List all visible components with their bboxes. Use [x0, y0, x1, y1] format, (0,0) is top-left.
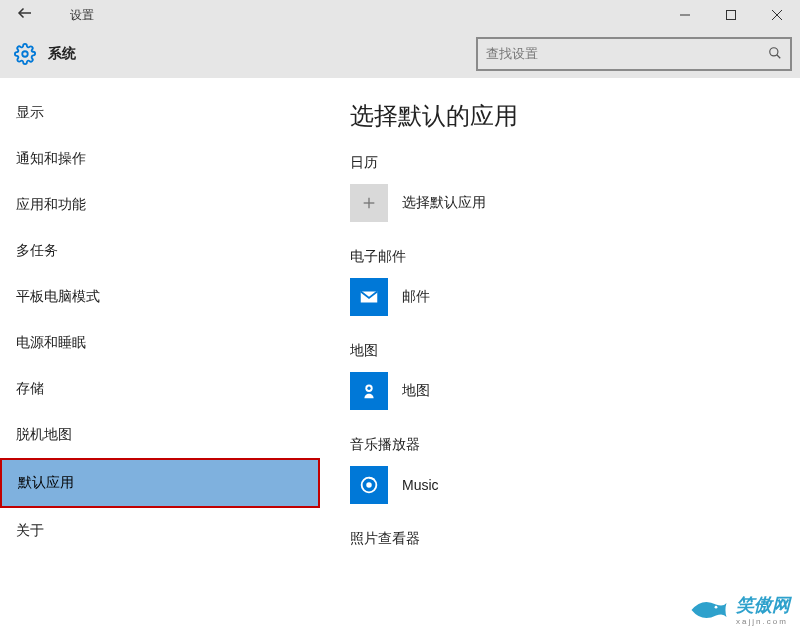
svg-point-5 — [22, 51, 28, 57]
default-app-email[interactable]: 邮件 — [350, 278, 800, 316]
back-icon[interactable] — [10, 4, 40, 27]
sidebar-item-label: 平板电脑模式 — [16, 288, 100, 304]
gear-icon — [14, 43, 36, 65]
music-icon — [350, 466, 388, 504]
minimize-button[interactable] — [662, 0, 708, 30]
mail-icon — [350, 278, 388, 316]
category-maps-label: 地图 — [350, 342, 800, 360]
sidebar-item-default-apps[interactable]: 默认应用 — [0, 458, 320, 508]
sidebar-item-storage[interactable]: 存储 — [0, 366, 320, 412]
sidebar-item-label: 关于 — [16, 522, 44, 538]
sidebar-item-label: 存储 — [16, 380, 44, 396]
app-label: Music — [402, 477, 439, 493]
app-label: 选择默认应用 — [402, 194, 486, 212]
watermark: 笑傲网 xajjn.com — [688, 593, 790, 626]
watermark-text: 笑傲网 xajjn.com — [736, 593, 790, 626]
default-app-music[interactable]: Music — [350, 466, 800, 504]
titlebar-left: 设置 — [0, 4, 94, 27]
sidebar-item-label: 电源和睡眠 — [16, 334, 86, 350]
app-label: 地图 — [402, 382, 430, 400]
sidebar-item-display[interactable]: 显示 — [0, 90, 320, 136]
search-input[interactable]: 查找设置 — [476, 37, 792, 71]
close-button[interactable] — [754, 0, 800, 30]
sidebar-item-label: 默认应用 — [18, 474, 74, 490]
category-email-label: 电子邮件 — [350, 248, 800, 266]
sidebar-item-offline-maps[interactable]: 脱机地图 — [0, 412, 320, 458]
svg-point-14 — [367, 483, 371, 487]
svg-point-6 — [770, 47, 778, 55]
body: 显示 通知和操作 应用和功能 多任务 平板电脑模式 电源和睡眠 存储 脱机地图 … — [0, 78, 800, 632]
sidebar-item-notifications[interactable]: 通知和操作 — [0, 136, 320, 182]
window-controls — [662, 0, 800, 30]
sidebar-item-tablet-mode[interactable]: 平板电脑模式 — [0, 274, 320, 320]
category-music-label: 音乐播放器 — [350, 436, 800, 454]
main-content: 选择默认的应用 日历 选择默认应用 电子邮件 邮件 地图 地图 音乐播放器 Mu… — [320, 78, 800, 632]
header-left: 系统 — [14, 43, 76, 65]
svg-point-15 — [715, 605, 718, 608]
category-calendar-label: 日历 — [350, 154, 800, 172]
sidebar-item-about[interactable]: 关于 — [0, 508, 320, 554]
app-label: 邮件 — [402, 288, 430, 306]
svg-point-12 — [367, 387, 370, 390]
sidebar-item-label: 通知和操作 — [16, 150, 86, 166]
svg-line-7 — [777, 54, 781, 58]
settings-window: 设置 系统 查找设置 显示 通知和操作 应用和功能 多任务 平板电脑模式 — [0, 0, 800, 632]
search-placeholder: 查找设置 — [486, 45, 538, 63]
sidebar-item-label: 显示 — [16, 104, 44, 120]
fish-icon — [688, 596, 730, 624]
window-title: 设置 — [70, 7, 94, 24]
svg-line-4 — [772, 10, 782, 20]
header: 系统 查找设置 — [0, 30, 800, 78]
category-photos-label: 照片查看器 — [350, 530, 800, 548]
watermark-sub: xajjn.com — [736, 617, 790, 626]
sidebar-item-power-sleep[interactable]: 电源和睡眠 — [0, 320, 320, 366]
svg-line-3 — [772, 10, 782, 20]
sidebar-item-label: 脱机地图 — [16, 426, 72, 442]
page-title: 系统 — [48, 45, 76, 63]
plus-icon — [350, 184, 388, 222]
section-heading: 选择默认的应用 — [350, 100, 800, 132]
maps-icon — [350, 372, 388, 410]
sidebar-item-apps-features[interactable]: 应用和功能 — [0, 182, 320, 228]
search-icon — [768, 46, 782, 63]
maximize-button[interactable] — [708, 0, 754, 30]
titlebar: 设置 — [0, 0, 800, 30]
sidebar-item-label: 应用和功能 — [16, 196, 86, 212]
sidebar-item-label: 多任务 — [16, 242, 58, 258]
default-app-maps[interactable]: 地图 — [350, 372, 800, 410]
default-app-calendar[interactable]: 选择默认应用 — [350, 184, 800, 222]
sidebar: 显示 通知和操作 应用和功能 多任务 平板电脑模式 电源和睡眠 存储 脱机地图 … — [0, 78, 320, 632]
sidebar-item-multitasking[interactable]: 多任务 — [0, 228, 320, 274]
svg-rect-2 — [727, 11, 736, 20]
